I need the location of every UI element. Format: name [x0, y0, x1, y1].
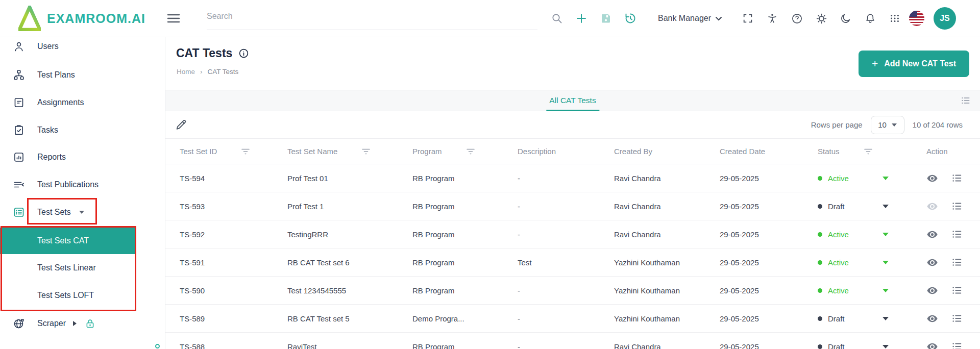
status-cell: Draft: [818, 202, 926, 211]
cell-description: -: [518, 230, 614, 239]
sidebar-item-label: Assignments: [37, 98, 84, 107]
tab-all-cat-tests[interactable]: All CAT Tests: [549, 90, 596, 111]
sidebar-item-test-publications[interactable]: Test Publications: [0, 171, 165, 198]
details-list-icon[interactable]: [951, 257, 963, 268]
status-label: Draft: [828, 202, 845, 211]
view-eye-icon[interactable]: [926, 257, 938, 268]
filter-icon[interactable]: [864, 147, 872, 155]
user-avatar[interactable]: JS: [934, 7, 956, 30]
select-caret-icon: [892, 123, 897, 127]
edit-pencil-icon[interactable]: [175, 118, 187, 133]
scraper-globe-icon: [13, 317, 25, 330]
rows-summary: 10 of 204 rows: [913, 120, 963, 129]
sidebar-item-label: Users: [37, 42, 59, 51]
hamburger-menu-icon[interactable]: [167, 13, 180, 24]
test-sets-expand-caret: [79, 211, 84, 214]
table-row: TS-589RB CAT Test set 5Demo Progra...-Ya…: [165, 305, 980, 333]
sidebar-subitem-label: Test Sets Linear: [37, 263, 96, 272]
breadcrumb-home[interactable]: Home: [177, 68, 195, 76]
column-label: Description: [518, 147, 556, 156]
details-list-icon[interactable]: [951, 172, 963, 184]
details-list-icon[interactable]: [951, 229, 963, 240]
view-eye-icon[interactable]: [926, 285, 938, 296]
status-cell: Draft: [818, 314, 926, 323]
details-list-icon[interactable]: [951, 285, 963, 296]
details-list-icon[interactable]: [951, 341, 963, 349]
view-eye-icon[interactable]: [926, 201, 938, 212]
status-dropdown-caret[interactable]: [883, 345, 889, 348]
status-dropdown-caret[interactable]: [883, 261, 889, 264]
sidebar-item-reports[interactable]: Reports: [0, 143, 165, 171]
cell-name: Test 1234545555: [287, 286, 412, 295]
view-eye-icon[interactable]: [926, 341, 938, 349]
column-header-program: Program: [412, 147, 518, 156]
cell-created_by: Ravi Chandra: [614, 174, 720, 183]
apps-grid-icon[interactable]: [889, 12, 901, 24]
add-icon[interactable]: [575, 12, 587, 24]
sidebar-item-test-sets-loft[interactable]: Test Sets LOFT: [0, 282, 165, 309]
cell-description: Test: [518, 258, 614, 267]
status-dropdown-caret[interactable]: [883, 317, 889, 320]
sidebar-item-partial[interactable]: [0, 341, 165, 349]
search-icon[interactable]: [551, 12, 563, 24]
status-dropdown-caret[interactable]: [883, 233, 889, 236]
filter-icon[interactable]: [362, 147, 370, 155]
status-dropdown-caret[interactable]: [883, 177, 889, 180]
search-input[interactable]: [207, 7, 537, 21]
table-body: TS-594Prof Test 01RB Program-Ravi Chandr…: [165, 164, 980, 349]
sidebar-item-assignments[interactable]: Assignments: [0, 89, 165, 116]
top-header: EXAMROOM.AI: [0, 0, 980, 37]
history-icon[interactable]: [624, 12, 636, 24]
cell-name: Prof Test 01: [287, 174, 412, 183]
notifications-bell-icon[interactable]: [864, 12, 876, 24]
action-cell: [926, 313, 965, 325]
add-new-cat-test-button[interactable]: + Add New CAT Test: [859, 51, 969, 77]
status-cell: Active: [818, 286, 926, 295]
dark-mode-moon-icon[interactable]: [840, 12, 852, 24]
fullscreen-icon[interactable]: [742, 12, 754, 24]
app-logo[interactable]: EXAMROOM.AI: [18, 6, 145, 31]
sidebar-item-users[interactable]: Users: [0, 37, 165, 60]
cell-program: RB Program: [412, 286, 518, 295]
cell-created_date: 29-05-2025: [720, 202, 818, 211]
cell-id: TS-589: [180, 314, 287, 323]
cell-program: RB Program: [412, 202, 518, 211]
cell-id: TS-593: [180, 202, 287, 211]
sidebar-item-test-sets[interactable]: Test Sets: [0, 198, 165, 226]
view-eye-icon[interactable]: [926, 172, 938, 184]
table-row: TS-593Prof Test 1RB Program-Ravi Chandra…: [165, 192, 980, 220]
status-dropdown-caret[interactable]: [883, 289, 889, 292]
tab-list-icon[interactable]: [961, 95, 971, 108]
details-list-icon[interactable]: [951, 201, 963, 212]
sidebar-item-test-sets-cat[interactable]: Test Sets CAT: [0, 228, 136, 254]
status-label: Active: [828, 230, 849, 239]
rows-per-page-select[interactable]: 10: [871, 116, 904, 134]
status-label: Active: [828, 174, 849, 183]
sidebar-item-test-plans[interactable]: Test Plans: [0, 61, 165, 89]
accessibility-icon[interactable]: [766, 12, 778, 24]
details-list-icon[interactable]: [951, 313, 963, 324]
view-eye-icon[interactable]: [926, 313, 938, 325]
chevron-down-icon: [715, 16, 722, 21]
filter-icon[interactable]: [241, 147, 250, 155]
rows-per-page-value: 10: [878, 120, 887, 129]
save-icon[interactable]: [600, 12, 612, 24]
sidebar-item-scraper[interactable]: Scraper: [0, 310, 165, 337]
role-selector[interactable]: Bank Manager: [658, 14, 722, 23]
action-cell: [926, 172, 965, 184]
help-icon[interactable]: [791, 12, 803, 24]
sidebar-item-tasks[interactable]: Tasks: [0, 116, 165, 144]
status-dot: [818, 316, 822, 321]
settings-gear-icon[interactable]: [815, 12, 827, 24]
language-flag-icon[interactable]: [909, 11, 924, 26]
cell-program: Demo Progra...: [412, 314, 518, 323]
cell-id: TS-594: [180, 174, 287, 183]
status-dropdown-caret[interactable]: [883, 205, 889, 208]
view-eye-icon[interactable]: [926, 229, 938, 240]
info-icon[interactable]: [238, 48, 249, 59]
sidebar-item-test-sets-linear[interactable]: Test Sets Linear: [0, 254, 165, 282]
cell-program: RB Program: [412, 342, 518, 349]
filter-icon[interactable]: [467, 147, 475, 155]
action-cell: [926, 341, 965, 349]
cell-id: TS-592: [180, 230, 287, 239]
